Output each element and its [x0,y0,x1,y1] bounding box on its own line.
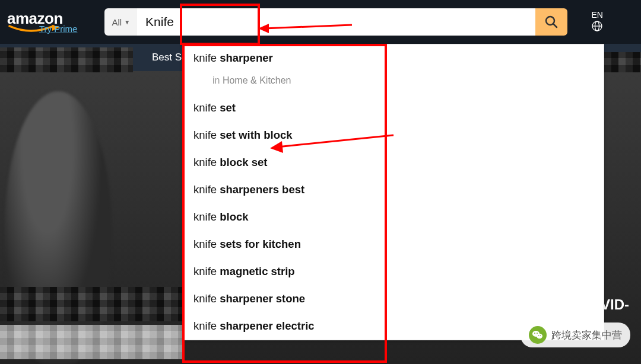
search-suggestion-item[interactable]: knife block [183,203,604,231]
category-selector[interactable]: All ▼ [104,8,137,36]
redacted-block [604,52,641,72]
search-button[interactable] [535,8,567,36]
suggestion-bold: sharpener [220,52,272,64]
wechat-watermark: 跨境卖家集中营 [521,323,630,347]
chevron-down-icon: ▼ [124,19,130,25]
svg-point-10 [537,334,542,339]
hero-silhouette [5,91,112,364]
suggestion-bold: magnetic strip [220,265,294,277]
search-bar: All ▼ [104,8,567,36]
globe-icon [592,21,602,31]
search-suggestion-item[interactable]: knife magnetic strip [183,258,604,285]
svg-point-12 [537,333,538,334]
suggestion-prefix: knife [193,52,220,64]
suggestion-bold: set with block [220,129,292,141]
suggestion-bold: sharpener stone [220,292,305,305]
redacted-block [0,47,133,72]
search-suggestions-dropdown: knife sharpenerin Home & Kitchenknife se… [182,44,604,340]
suggestion-prefix: knife [193,292,220,305]
amazon-logo[interactable]: amazon Try Prime [7,11,77,34]
suggestion-bold: sharpener electric [220,320,314,332]
search-suggestion-item[interactable]: knife sharpener stone [183,285,604,312]
suggestion-in-label: in [212,75,223,85]
search-suggestion-item[interactable]: knife block set [183,149,604,176]
search-icon [544,15,559,29]
suggestion-prefix: knife [193,320,220,332]
svg-point-11 [534,333,535,334]
language-selector[interactable]: EN [591,11,602,34]
suggestion-category-name: Home & Kitchen [223,75,291,85]
wechat-icon [529,326,547,344]
category-selector-label: All [112,17,122,27]
suggestion-prefix: knife [193,238,220,250]
suggestion-prefix: knife [193,129,220,141]
suggestion-prefix: knife [193,101,220,114]
suggestion-bold: sets for kitchen [220,238,301,250]
search-suggestion-item[interactable]: knife sharpener [183,44,604,72]
suggestion-bold: sharpeners best [220,183,304,196]
suggestion-bold: block set [220,156,267,168]
redacted-block [0,287,184,321]
screenshot-stage: amazon Try Prime All ▼ EN [0,0,641,364]
search-input[interactable] [137,8,535,36]
language-label: EN [591,11,602,20]
search-suggestion-item[interactable]: knife set with block [183,122,604,149]
try-prime-link[interactable]: Try Prime [39,24,77,34]
suggestion-bold: set [220,101,236,114]
suggestion-category-hint[interactable]: in Home & Kitchen [183,72,604,94]
suggestion-prefix: knife [193,183,220,196]
svg-line-1 [553,24,557,27]
suggestion-prefix: knife [193,156,220,168]
hero-partial-text: VID- [601,296,629,313]
svg-point-13 [538,335,540,336]
top-nav: amazon Try Prime All ▼ EN [0,0,641,44]
search-suggestion-item[interactable]: knife sharpeners best [183,176,604,203]
search-suggestion-item[interactable]: knife set [183,94,604,122]
suggestion-prefix: knife [193,210,220,223]
suggestion-prefix: knife [193,265,220,277]
redacted-block [0,325,184,359]
suggestion-bold: block [220,210,248,223]
wechat-watermark-text: 跨境卖家集中营 [551,328,622,342]
search-suggestion-item[interactable]: knife sets for kitchen [183,231,604,258]
svg-point-14 [540,335,541,336]
